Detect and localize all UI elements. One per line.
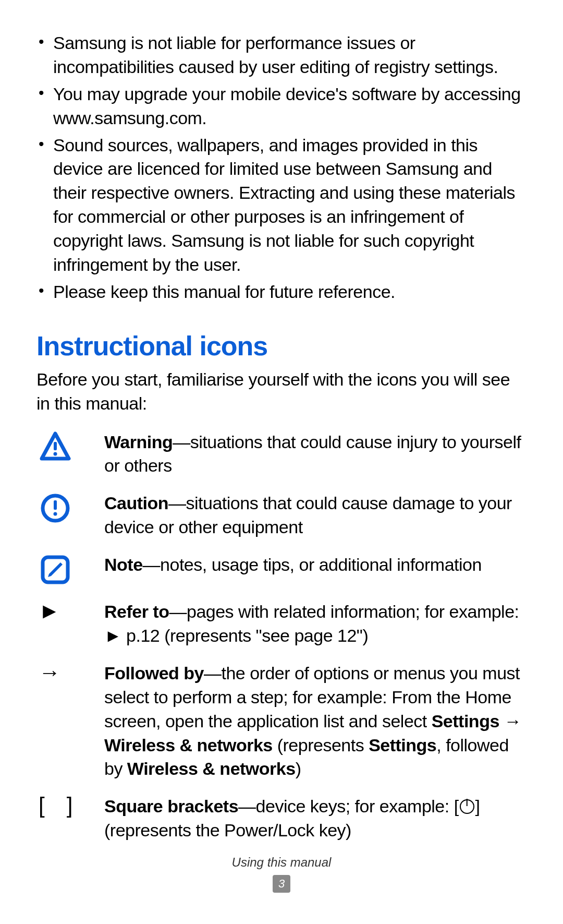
- end: ): [296, 759, 301, 778]
- icon-row-note: Note—notes, usage tips, or additional in…: [36, 553, 527, 586]
- footer: Using this manual 3: [0, 855, 563, 893]
- icon-desc: Note—notes, usage tips, or additional in…: [104, 553, 527, 577]
- page-number: 3: [273, 875, 290, 893]
- icon-row-caution: Caution—situations that could cause dama…: [36, 491, 527, 539]
- icon-desc: Followed by—the order of options or menu…: [104, 662, 527, 781]
- icon-row-warning: Warning—situations that could cause inju…: [36, 430, 527, 478]
- desc: —notes, usage tips, or additional inform…: [143, 555, 482, 574]
- power-icon: [460, 799, 474, 814]
- footer-text: Using this manual: [0, 855, 563, 870]
- term: Note: [104, 555, 143, 574]
- arrow-icon: →: [39, 662, 60, 683]
- bold3: Wireless & networks: [127, 759, 296, 778]
- refer-icon: ►: [36, 600, 104, 622]
- mid: (represents: [273, 735, 369, 755]
- term: Square brackets: [104, 796, 238, 816]
- svg-rect-0: [54, 442, 57, 450]
- warning-icon: [36, 430, 104, 464]
- bold2: Settings: [369, 735, 436, 755]
- brackets-symbol: [ ]: [39, 795, 72, 817]
- icon-row-brackets: [ ] Square brackets—device keys; for exa…: [36, 795, 527, 843]
- brackets-icon: [ ]: [36, 795, 104, 817]
- icon-row-refer: ► Refer to—pages with related informatio…: [36, 600, 527, 648]
- note-icon: [36, 553, 104, 586]
- icon-row-followed: → Followed by—the order of options or me…: [36, 662, 527, 781]
- bullet-list: Samsung is not liable for performance is…: [36, 31, 527, 304]
- term: Caution: [104, 493, 168, 513]
- svg-point-4: [54, 512, 57, 516]
- term: Warning: [104, 432, 173, 452]
- icon-desc: Square brackets—device keys; for example…: [104, 795, 527, 843]
- term: Refer to: [104, 602, 169, 621]
- bullet-item: Sound sources, wallpapers, and images pr…: [36, 134, 527, 277]
- bullet-item: Samsung is not liable for performance is…: [36, 31, 527, 79]
- bullet-item: Please keep this manual for future refer…: [36, 280, 527, 304]
- caution-icon: [36, 491, 104, 525]
- bullet-item: You may upgrade your mobile device's sof…: [36, 82, 527, 130]
- followed-icon: →: [36, 662, 104, 683]
- desc-pre: —device keys; for example: [: [238, 796, 459, 816]
- section-heading: Instructional icons: [36, 330, 527, 362]
- term: Followed by: [104, 663, 204, 683]
- triangle-icon: ►: [39, 600, 60, 622]
- intro-text: Before you start, familiarise yourself w…: [36, 368, 527, 416]
- icon-desc: Warning—situations that could cause inju…: [104, 430, 527, 478]
- icon-desc: Caution—situations that could cause dama…: [104, 491, 527, 539]
- svg-rect-3: [54, 500, 57, 510]
- icon-desc: Refer to—pages with related information;…: [104, 600, 527, 648]
- svg-point-1: [54, 452, 57, 455]
